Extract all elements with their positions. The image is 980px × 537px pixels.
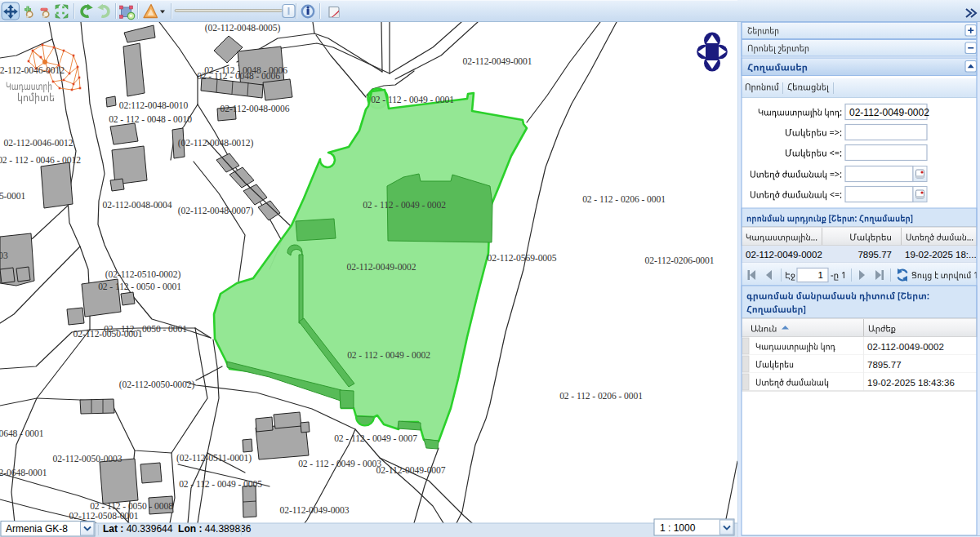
svg-text:02-112-0049-0002: 02-112-0049-0002 — [849, 107, 929, 118]
svg-text:02-112-0048-0006: 02-112-0048-0006 — [220, 104, 290, 114]
svg-text:02 - 112 - 0048 - 0010: 02 - 112 - 0048 - 0010 — [109, 114, 192, 125]
svg-text:02 - 112 - 0206 - 0001: 02 - 112 - 0206 - 0001 — [559, 391, 643, 402]
svg-text:02-112-0046-0012: 02-112-0046-0012 — [0, 65, 65, 76]
svg-text:02-112-0049-0003: 02-112-0049-0003 — [280, 505, 350, 516]
svg-text:1: 1 — [818, 270, 823, 280]
svg-text:0648 - 0001: 0648 - 0001 — [0, 428, 44, 439]
svg-text:02-112-0046-0012: 02-112-0046-0012 — [4, 138, 74, 149]
svg-text:(02-112-0048-0012): (02-112-0048-0012) — [178, 138, 254, 149]
svg-text:02 - 112 - 0050 - 0001: 02 - 112 - 0050 - 0001 — [98, 282, 181, 292]
svg-text:02 - 112 - 0049 - 0007: 02 - 112 - 0049 - 0007 — [334, 433, 417, 444]
svg-text:02-112-0049-0001: 02-112-0049-0001 — [463, 56, 532, 67]
svg-text:02 - 112 - 0050 - 0001: 02 - 112 - 0050 - 0001 — [104, 324, 187, 335]
svg-text:02-112-0569-0005: 02-112-0569-0005 — [488, 253, 557, 264]
svg-text:02-112-0049-0007: 02-112-0049-0007 — [376, 465, 446, 476]
svg-text:02-112-0206-0001: 02-112-0206-0001 — [645, 255, 715, 266]
svg-text:19-02-2025 18:43:36: 19-02-2025 18:43:36 — [867, 378, 955, 388]
svg-text:02:112-0048-0010: 02:112-0048-0010 — [119, 100, 189, 111]
svg-text:(02-112-0511-0001): (02-112-0511-0001) — [176, 453, 252, 464]
svg-text:02-112-0508-0001: 02-112-0508-0001 — [69, 511, 139, 521]
svg-text:02 - 112 - 0206 - 0001: 02 - 112 - 0206 - 0001 — [582, 194, 666, 205]
svg-text:03: 03 — [0, 251, 8, 261]
svg-text:02 - 112 - 0048 - 0006: 02 - 112 - 0048 - 0006 — [197, 71, 280, 82]
svg-text:2-0648-0001: 2-0648-0001 — [0, 468, 47, 478]
svg-text:02 - 112 - 0049 - 0002: 02 - 112 - 0049 - 0002 — [347, 350, 430, 361]
svg-text:02 - 112 - 0049 - 0002: 02 - 112 - 0049 - 0002 — [363, 200, 446, 211]
svg-text:02 - 112 - 0049 - 0005: 02 - 112 - 0049 - 0005 — [179, 479, 262, 490]
svg-text:Armenia GK-8: Armenia GK-8 — [6, 523, 68, 535]
svg-text:7895.77: 7895.77 — [867, 360, 902, 370]
svg-text:02-112-0049-0002: 02-112-0049-0002 — [746, 250, 822, 260]
svg-text:7895.77: 7895.77 — [858, 250, 892, 260]
svg-text:19-02-2025 18:...: 19-02-2025 18:... — [905, 250, 977, 260]
svg-text:02-112-0050-0003: 02-112-0050-0003 — [53, 454, 122, 464]
svg-text:(02-112-0048-0005): (02-112-0048-0005) — [205, 23, 281, 33]
svg-text:(02-112-0050-0002): (02-112-0050-0002) — [119, 379, 195, 390]
svg-text:02 - 112 - 0049 - 0003: 02 - 112 - 0049 - 0003 — [298, 459, 381, 469]
svg-text:(02-112-0510-0002): (02-112-0510-0002) — [105, 269, 181, 280]
svg-text:02-112-0049-0002: 02-112-0049-0002 — [867, 342, 944, 352]
svg-text:02-112-0048-0004: 02-112-0048-0004 — [103, 200, 172, 211]
svg-text:02 - 112 - 0049 - 0001: 02 - 112 - 0049 - 0001 — [371, 95, 454, 105]
svg-text:02 - 112 - 0046 - 0012: 02 - 112 - 0046 - 0012 — [0, 155, 81, 166]
svg-text:5-0001: 5-0001 — [0, 191, 25, 202]
svg-text:Lat : 40.339644 Lon : 44.3898: Lat : 40.339644 Lon : 44.389836 — [103, 523, 252, 535]
svg-text:02-112-0049-0002: 02-112-0049-0002 — [347, 262, 416, 273]
svg-text:1 : 1000: 1 : 1000 — [660, 522, 696, 534]
svg-text:(02-112-0048-0007): (02-112-0048-0007) — [178, 206, 254, 216]
